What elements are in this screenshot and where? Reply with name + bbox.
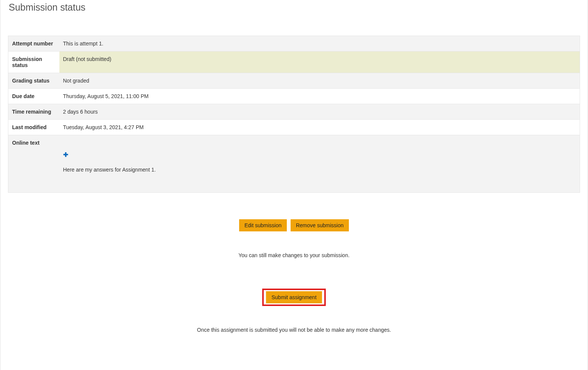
value-last-modified: Tuesday, August 3, 2021, 4:27 PM	[59, 120, 580, 135]
can-change-message: You can still make changes to your submi…	[8, 252, 580, 258]
once-submitted-message: Once this assignment is submitted you wi…	[8, 327, 580, 333]
label-online-text: Online text	[8, 135, 59, 193]
value-attempt-number: This is attempt 1.	[59, 36, 580, 52]
row-last-modified: Last modified Tuesday, August 3, 2021, 4…	[8, 120, 580, 135]
online-text-answer: Here are my answers for Assignment 1.	[63, 167, 576, 173]
label-last-modified: Last modified	[8, 120, 59, 135]
row-time-remaining: Time remaining 2 days 6 hours	[8, 104, 580, 120]
row-due-date: Due date Thursday, August 5, 2021, 11:00…	[8, 89, 580, 104]
remove-submission-button[interactable]: Remove submission	[291, 219, 349, 231]
row-grading-status: Grading status Not graded	[8, 73, 580, 89]
value-online-text: ✚ Here are my answers for Assignment 1.	[59, 135, 580, 193]
label-grading-status: Grading status	[8, 73, 59, 89]
value-time-remaining: 2 days 6 hours	[59, 104, 580, 120]
row-submission-status: Submission status Draft (not submitted)	[8, 52, 580, 73]
submit-assignment-button[interactable]: Submit assignment	[266, 291, 322, 303]
label-due-date: Due date	[8, 89, 59, 104]
value-grading-status: Not graded	[59, 73, 580, 89]
label-submission-status: Submission status	[8, 52, 59, 73]
edit-remove-button-row: Edit submission Remove submission	[8, 219, 580, 231]
value-submission-status: Draft (not submitted)	[59, 52, 580, 73]
edit-submission-button[interactable]: Edit submission	[239, 219, 287, 231]
label-attempt-number: Attempt number	[8, 36, 59, 52]
value-due-date: Thursday, August 5, 2021, 11:00 PM	[59, 89, 580, 104]
submission-status-table: Attempt number This is attempt 1. Submis…	[8, 36, 580, 193]
row-attempt-number: Attempt number This is attempt 1.	[8, 36, 580, 52]
page-title: Submission status	[8, 2, 580, 13]
expand-plus-icon[interactable]: ✚	[63, 151, 68, 158]
submit-highlight-box: Submit assignment	[262, 289, 325, 306]
submission-status-page: Submission status Attempt number This is…	[0, 0, 588, 370]
submit-button-row: Submit assignment	[8, 289, 580, 306]
row-online-text: Online text ✚ Here are my answers for As…	[8, 135, 580, 193]
label-time-remaining: Time remaining	[8, 104, 59, 120]
